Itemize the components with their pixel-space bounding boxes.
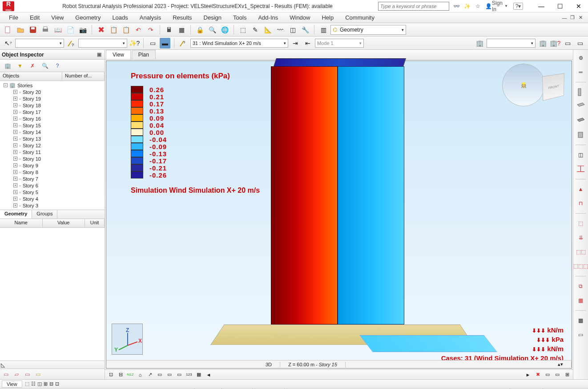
new-icon[interactable]	[3, 24, 13, 35]
tree-item-story[interactable]: +▫Story 3	[2, 202, 103, 209]
ft-5-icon[interactable]: ⊟	[49, 381, 53, 387]
rt-release-icon[interactable]: ⊓	[576, 198, 586, 209]
tree-item-story[interactable]: +▫Story 9	[2, 162, 103, 169]
tree-item-story[interactable]: +▫Story 20	[2, 89, 103, 95]
tree-item-story[interactable]: +▫Story 12	[2, 142, 103, 149]
menu-analysis[interactable]: Analysis	[134, 13, 166, 22]
vb-x4-icon[interactable]: ⊞	[563, 371, 571, 378]
expand-icon[interactable]: +	[13, 177, 17, 181]
expand-icon[interactable]: +	[13, 203, 17, 207]
menu-results[interactable]: Results	[167, 13, 197, 22]
open-icon[interactable]	[15, 24, 26, 35]
col-objects[interactable]: Objects	[0, 72, 62, 81]
maximize-button[interactable]: ☐	[551, 0, 569, 12]
world-icon[interactable]: 🌐	[219, 24, 230, 35]
edit-line-icon[interactable]: ✎	[250, 24, 261, 35]
tab-handle-icon[interactable]: ◺	[1, 362, 5, 368]
expand-icon[interactable]: +	[13, 157, 17, 161]
layout-icon[interactable]: ▥	[318, 24, 329, 35]
ft-4-icon[interactable]: ⊞	[44, 381, 48, 387]
expand-icon[interactable]: +	[13, 117, 17, 121]
expand-icon[interactable]: +	[13, 143, 17, 147]
insp-search-icon[interactable]: 🔍	[41, 62, 49, 70]
ft-2-icon[interactable]: ☷	[31, 381, 36, 387]
ft-6-icon[interactable]: ⊡	[55, 381, 59, 387]
insp-clear-icon[interactable]: ✗	[28, 62, 36, 70]
story-filter-icon[interactable]: 🏢	[474, 38, 485, 49]
rt-sheet-icon[interactable]: ▭	[576, 329, 586, 340]
panel-fill-icon[interactable]: ▬	[160, 38, 170, 49]
insp-building-icon[interactable]: 🏢	[4, 62, 12, 70]
tree-item-story[interactable]: +▫Story 17	[2, 109, 103, 115]
story-green-icon[interactable]: 🏢	[537, 38, 548, 49]
mdi-restore-icon[interactable]: ❐	[569, 15, 576, 21]
layout-combo[interactable]: ⌬ Geometry ▾	[330, 25, 406, 35]
vp-z[interactable]: Z = 60.00 m - Story 15	[280, 362, 346, 367]
vp-spinner[interactable]: ▴▾	[550, 361, 572, 367]
rt-slab-icon[interactable]	[576, 115, 586, 126]
expand-icon[interactable]: +	[13, 103, 17, 107]
zoom-icon[interactable]: 🔍	[207, 24, 217, 35]
menu-view[interactable]: View	[46, 13, 69, 22]
expand-icon[interactable]: +	[13, 163, 17, 167]
redo-icon[interactable]: ↷	[145, 24, 156, 35]
rt-copy-icon[interactable]: ⧉	[576, 281, 586, 292]
tree-item-story[interactable]: +▫Story 13	[2, 135, 103, 142]
tree-item-story[interactable]: +▫Story 18	[2, 102, 103, 109]
menu-window[interactable]: Window	[284, 13, 315, 22]
col-number[interactable]: Number of...	[62, 72, 105, 81]
vb-bar-icon[interactable]: ⊟	[117, 371, 125, 378]
rt-isection-icon[interactable]: 工	[576, 164, 586, 174]
tree-item-story[interactable]: +▫Story 11	[2, 149, 103, 155]
expand-icon[interactable]: +	[13, 190, 17, 194]
pointer-icon[interactable]: ↖?	[3, 38, 13, 49]
node-select-combo[interactable]: ▾	[15, 39, 64, 48]
select-icon[interactable]: ⬚	[238, 24, 248, 35]
expand-icon[interactable]: +	[13, 170, 17, 174]
rt-cube-icon[interactable]: ◫	[576, 150, 586, 160]
page-setup-icon[interactable]: 📄	[65, 24, 76, 35]
mdi-close-icon[interactable]: ✕	[577, 15, 584, 21]
insp-filter-icon[interactable]: ▼	[16, 62, 24, 70]
gridcol-unit[interactable]: Unit	[85, 219, 105, 227]
expand-icon[interactable]: +	[13, 183, 17, 187]
object-tree[interactable]: − 🏢 Stories +▫Story 20+▫Story 19+▫Story …	[0, 81, 105, 210]
wand-icon[interactable]: ✨	[463, 3, 471, 10]
vb-sec1-icon[interactable]: ▭	[156, 371, 164, 378]
menu-file[interactable]: File	[4, 13, 24, 22]
vb-x1-icon[interactable]: ✖	[534, 371, 542, 378]
tree-item-story[interactable]: +▫Story 5	[2, 189, 103, 195]
help-icon[interactable]: ?▾	[513, 3, 523, 10]
vb-right-icon[interactable]: ►	[524, 371, 532, 378]
collapse-icon[interactable]: −	[4, 83, 8, 87]
expand-icon[interactable]: +	[13, 137, 17, 141]
cube-icon[interactable]: ◫	[287, 24, 298, 35]
search-input[interactable]	[378, 2, 449, 11]
tab-groups[interactable]: Groups	[32, 210, 57, 219]
print-icon[interactable]	[40, 24, 51, 35]
tree-item-story[interactable]: +▫Story 7	[2, 175, 103, 182]
vb-arrow-icon[interactable]: ↗	[146, 371, 154, 378]
wind-icon[interactable]: 〰	[275, 24, 286, 35]
signin-button[interactable]: 👤 Sign In ▼	[485, 3, 510, 10]
expand-icon[interactable]: +	[13, 97, 17, 101]
tab-plan[interactable]: Plan	[132, 50, 156, 59]
expand-icon[interactable]: +	[13, 197, 17, 201]
load-case-combo[interactable]: 31 : Wind Simulation X+ 20 m/s ▾	[190, 39, 288, 48]
viewcube[interactable]: FRONT	[542, 73, 564, 101]
load-next-icon[interactable]: ⇥	[290, 38, 301, 49]
minimize-button[interactable]: —	[532, 0, 551, 12]
tree-item-story[interactable]: +▫Story 19	[2, 95, 103, 102]
rt-load3-icon[interactable]: ⬚⬚	[576, 247, 586, 257]
expand-icon[interactable]: +	[13, 110, 17, 114]
sheet2-icon[interactable]: ▭	[575, 38, 585, 49]
undo-icon[interactable]: ↶	[133, 24, 144, 35]
vb-sec2-icon[interactable]: ▭	[165, 371, 173, 378]
viewport-3d[interactable]: Pressure on elements (kPa) 0.260.210.170…	[106, 61, 572, 369]
menu-edit[interactable]: Edit	[24, 13, 45, 22]
rt-load2-icon[interactable]: ⇊	[576, 232, 586, 243]
vp-mode[interactable]: 3D	[258, 362, 280, 367]
tree-item-story[interactable]: +▫Story 8	[2, 169, 103, 175]
tree-item-story[interactable]: +▫Story 15	[2, 122, 103, 129]
inspector-close-icon[interactable]: ▣	[96, 51, 103, 58]
